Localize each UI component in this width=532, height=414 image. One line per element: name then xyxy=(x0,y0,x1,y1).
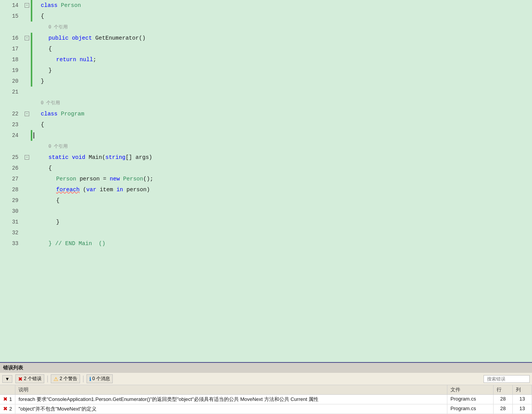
line-number: 33 xyxy=(0,238,23,249)
change-indicator-bar xyxy=(31,0,32,11)
line-gutter xyxy=(23,22,31,33)
search-errors-input[interactable] xyxy=(484,375,530,383)
change-indicator-bar xyxy=(31,184,32,195)
change-indicator-bar xyxy=(31,54,32,65)
col-header-line: 行 xyxy=(494,385,513,395)
line-content: 0 个引用 xyxy=(33,141,532,152)
change-indicator-bar xyxy=(31,238,32,249)
error-row[interactable]: ✖1foreach 要求"ConsoleApplication1.Person.… xyxy=(0,395,532,404)
error-num: ✖1 xyxy=(0,395,15,404)
errors-filter-button[interactable]: ✖ 2 个错误 xyxy=(15,374,44,383)
collapse-button[interactable]: − xyxy=(25,112,29,116)
code-line: 25−static void Main(string[] args) xyxy=(0,152,532,163)
line-gutter xyxy=(23,76,31,87)
line-number: 17 xyxy=(0,43,23,54)
line-gutter: − xyxy=(23,152,31,163)
change-indicator-bar xyxy=(31,227,32,238)
line-number: 18 xyxy=(0,54,23,65)
error-panel-header: 错误列表 xyxy=(0,363,532,373)
code-editor: 14−class Person15{0 个引用16−public object … xyxy=(0,0,532,362)
line-gutter xyxy=(23,217,31,227)
line-content: { xyxy=(33,119,532,130)
error-filter-icon: ✖ xyxy=(18,376,23,382)
error-row[interactable]: ✖2"object"并不包含"MoveNext"的定义Program.cs281… xyxy=(0,404,532,414)
line-number: 30 xyxy=(0,206,23,217)
errors-count-label: 2 个错误 xyxy=(24,376,42,382)
line-gutter xyxy=(23,54,31,65)
line-content: 0 个引用 xyxy=(33,22,532,33)
code-line: 30 xyxy=(0,206,532,217)
change-indicator-bar xyxy=(31,141,32,152)
error-panel-title: 错误列表 xyxy=(3,365,23,371)
line-number xyxy=(0,141,23,152)
change-indicator-bar xyxy=(31,206,32,217)
error-file: Program.cs xyxy=(447,404,494,414)
line-content: } xyxy=(33,217,532,227)
error-table-header: 说明 文件 行 列 xyxy=(0,385,532,395)
collapse-button[interactable]: − xyxy=(25,3,29,8)
change-indicator-bar xyxy=(31,76,32,87)
filter-dropdown-button[interactable]: ▼ xyxy=(2,375,12,383)
line-gutter xyxy=(23,119,31,130)
line-gutter xyxy=(23,130,31,141)
line-gutter xyxy=(23,43,31,54)
code-line: 0 个引用 xyxy=(0,97,532,109)
error-description: "object"并不包含"MoveNext"的定义 xyxy=(15,404,447,414)
toolbar-separator-2 xyxy=(83,376,83,382)
line-content: return null; xyxy=(33,54,532,65)
line-number xyxy=(0,97,23,109)
change-indicator-bar xyxy=(31,43,32,54)
line-number: 26 xyxy=(0,163,23,174)
code-lines: 14−class Person15{0 个引用16−public object … xyxy=(0,0,532,362)
change-indicator-bar xyxy=(31,33,32,43)
line-gutter xyxy=(23,195,31,206)
change-indicator-bar xyxy=(31,130,32,141)
warnings-filter-button[interactable]: ⚠ 2 个警告 xyxy=(51,374,80,383)
line-number: 31 xyxy=(0,217,23,227)
filter-arrow-icon: ▼ xyxy=(5,376,10,382)
line-content: } // END Main () xyxy=(33,238,532,249)
code-line: 31} xyxy=(0,217,532,227)
collapse-button[interactable]: − xyxy=(25,155,29,160)
warnings-count-label: 2 个警告 xyxy=(60,376,77,382)
code-line: 16−public object GetEnumerator() xyxy=(0,33,532,43)
line-gutter xyxy=(23,184,31,195)
line-gutter xyxy=(23,238,31,249)
change-indicator-bar xyxy=(31,152,32,163)
col-header-description: 说明 xyxy=(15,385,447,395)
line-content xyxy=(33,227,532,238)
line-gutter xyxy=(23,11,31,22)
line-number: 24 xyxy=(0,130,23,141)
line-content xyxy=(33,87,532,97)
change-indicator-bar xyxy=(31,65,32,76)
line-content: 0 个引用 xyxy=(33,97,532,109)
change-indicator-bar xyxy=(31,217,32,227)
line-number: 19 xyxy=(0,65,23,76)
line-content: { xyxy=(33,163,532,174)
code-line: 27Person person = new Person(); xyxy=(0,174,532,184)
line-content xyxy=(33,130,532,141)
error-num: ✖2 xyxy=(0,404,15,414)
change-indicator-bar xyxy=(31,195,32,206)
line-number: 15 xyxy=(0,11,23,22)
line-gutter xyxy=(23,206,31,217)
error-line: 28 xyxy=(494,395,513,404)
toolbar-separator-1 xyxy=(47,376,48,382)
code-line: 21 xyxy=(0,87,532,97)
info-filter-button[interactable]: ℹ 0 个消息 xyxy=(87,374,113,383)
line-number: 20 xyxy=(0,76,23,87)
error-row-icon: ✖ xyxy=(3,406,8,412)
line-number xyxy=(0,22,23,33)
code-line: 15{ xyxy=(0,11,532,22)
line-content: foreach (var item in person) xyxy=(33,184,532,195)
line-number: 22 xyxy=(0,109,23,119)
collapse-button[interactable]: − xyxy=(25,36,29,40)
line-gutter xyxy=(23,163,31,174)
line-content: class Program xyxy=(33,109,532,119)
line-content: } xyxy=(33,76,532,87)
line-number: 25 xyxy=(0,152,23,163)
info-count-label: 0 个消息 xyxy=(92,376,110,382)
code-line: 26{ xyxy=(0,163,532,174)
col-header-col: 列 xyxy=(513,385,532,395)
code-line: 29{ xyxy=(0,195,532,206)
